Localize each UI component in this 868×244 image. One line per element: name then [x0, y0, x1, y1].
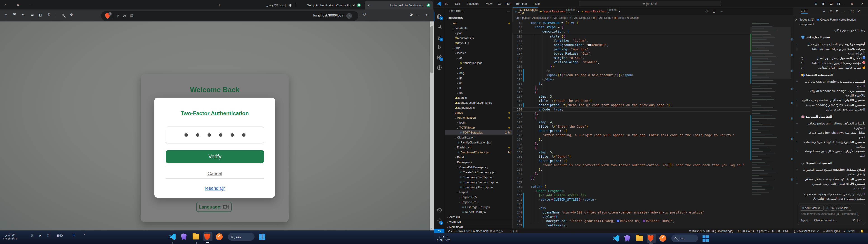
vscode-close-button[interactable]: ✕: [859, 0, 866, 7]
chat-header-icon[interactable]: ⛶: [851, 7, 854, 16]
tree-item-TOTPSetup.jsx[interactable]: ⚛TOTPSetup.jsx2, M: [445, 130, 513, 135]
resend-qr-link[interactable]: resend Qr: [154, 186, 275, 191]
send-button[interactable]: ▷ ⌄: [857, 219, 863, 222]
browser-wallet-icon[interactable]: ▭: [31, 13, 34, 17]
menu-file[interactable]: File: [443, 0, 448, 7]
tray-chevron-up-icon[interactable]: ⌃: [83, 234, 85, 237]
browser-sidebar-icon[interactable]: ◧: [38, 13, 41, 17]
browser-vpn-shield-icon[interactable]: ⛨: [13, 13, 16, 17]
taskbar-purple-app-icon[interactable]: [624, 235, 632, 243]
tray-cast-icon[interactable]: ⎚: [31, 234, 33, 238]
status-language[interactable]: { } JavaScript JSX: [794, 229, 815, 233]
key-icon[interactable]: ⚿: [130, 14, 133, 18]
model-select[interactable]: Claude Sonnet 4 ⌄: [814, 219, 837, 222]
taskbar-start-button[interactable]: [259, 234, 267, 242]
taskbar-search[interactable]: بحث: [228, 233, 254, 241]
language-button[interactable]: Language: EN: [196, 202, 232, 212]
status-encoding[interactable]: UTF-8: [772, 229, 780, 233]
tree-item-Report1To5[interactable]: ›Report1To5: [445, 195, 513, 200]
browser-scrollbar[interactable]: ▲▼: [430, 22, 434, 231]
browser-tab[interactable]: ✕/login | Admin Dashboard: [365, 1, 433, 9]
tree-item-login[interactable]: ›login: [445, 120, 513, 125]
vscode-restore-button[interactable]: ⧉: [849, 0, 856, 7]
breadcrumb[interactable]: src›pages›Authentication›TOTPSetup›⚛ TOT…: [513, 16, 793, 20]
tree-item-languages.js[interactable]: JSlanguages.js: [445, 105, 513, 110]
tree-item-Dashboard[interactable]: ⌄Dashboard: [445, 145, 513, 150]
tray-language-eng[interactable]: ENG: [57, 234, 63, 237]
code-input[interactable]: [166, 126, 264, 144]
tree-item-eng[interactable]: ›eng: [445, 70, 513, 75]
url-text[interactable]: localhost:3000/login: [313, 13, 344, 18]
share-icon[interactable]: ↱: [116, 14, 119, 18]
tree-item-ch[interactable]: ›ch: [445, 65, 513, 70]
tree-item-CreateEditEmergency[interactable]: ⌄CreateEditEmergency: [445, 165, 513, 170]
chat-tab[interactable]: CHAT: [801, 9, 808, 14]
menu-view[interactable]: View: [486, 0, 492, 7]
browser-download-icon[interactable]: ↧: [47, 13, 50, 18]
scroll-down-arrow[interactable]: ▼: [430, 226, 434, 231]
chat-header-icon[interactable]: ✕: [857, 7, 860, 16]
status-eol[interactable]: CRLF: [783, 229, 790, 233]
section-outline[interactable]: ›OUTLINE: [445, 215, 513, 220]
minimap[interactable]: [750, 20, 791, 228]
layout-sidebar-left-icon[interactable]: ◧: [820, 0, 827, 7]
tree-item-tr[interactable]: ›tr: [445, 85, 513, 90]
browser-urlbar[interactable]: 4↱Ax̄⚿localhost:3000/logini: [101, 11, 358, 21]
verify-button[interactable]: Verify: [166, 150, 264, 163]
tree-item-gr[interactable]: ›gr: [445, 75, 513, 81]
taskbar-vscode-icon[interactable]: [613, 235, 620, 243]
section-mcp-figma[interactable]: ›MCP FIGMA: [445, 224, 513, 228]
forward-icon[interactable]: ›: [426, 13, 427, 17]
tree-item-Report[interactable]: ⌄Report: [445, 190, 513, 195]
taskbar-brave-icon[interactable]: [648, 235, 655, 243]
window-minimize-button[interactable]: —: [29, 2, 33, 7]
tree-item-i18n.js[interactable]: JSi18n.js: [445, 95, 513, 100]
window-restore-button[interactable]: ⧉: [16, 2, 21, 7]
context-chip[interactable]: ⚛ TOTPSetup.jsx +: [824, 206, 852, 211]
taskbar-vscode-icon[interactable]: [169, 233, 177, 241]
activity-run-debug-icon[interactable]: [434, 44, 445, 51]
tree-item-ua[interactable]: ›ua: [445, 90, 513, 95]
tree-item-FamilyClassification.jsx[interactable]: ⚛FamilyClassification.jsx: [445, 140, 513, 145]
tree-item-EmergencyThirdTap.jsx[interactable]: ⚛EmergencyThirdTap.jsx: [445, 185, 513, 190]
agent-select[interactable]: Agent ⌄: [801, 219, 811, 222]
status-indentation[interactable]: Spaces: 2: [757, 229, 769, 233]
tree-item-i18next-scanner.config.cjs[interactable]: JSi18next-scanner.config.cjs: [445, 100, 513, 105]
browser-menu-icon[interactable]: ≡: [5, 13, 7, 18]
layout-panel-icon[interactable]: ⬓: [828, 0, 835, 7]
page-search-icon[interactable]: [62, 13, 64, 17]
taskbar-pen-app-icon[interactable]: [659, 235, 667, 243]
new-tab-button[interactable]: +: [217, 2, 222, 8]
tree-item-Report6To10.jsx[interactable]: ⚛Report6To10.jsx: [445, 210, 513, 215]
todos-chevron[interactable]: ❯: [795, 18, 797, 21]
status-mcp-figma[interactable]: ○ MCP Figma: [823, 229, 840, 233]
menu-go[interactable]: Go: [498, 0, 501, 7]
tree-item-EmergencySecoundTap.jsx[interactable]: ⚛EmergencySecoundTap.jsx: [445, 180, 513, 185]
tree-item-TOTPSetup[interactable]: ⌄TOTPSetup: [445, 125, 513, 130]
tools-icon[interactable]: ⚒: [852, 219, 855, 222]
tree-item-locales[interactable]: ⌄locales: [445, 51, 513, 56]
tree-item-CreateEditEmergency.jsx[interactable]: ⚛CreateEditEmergency.jsx: [445, 170, 513, 175]
command-center[interactable]: frontend: [579, 1, 721, 6]
tree-item-EmergencyFirstTap.jsx[interactable]: ⚛EmergencyFirstTap.jsx: [445, 175, 513, 180]
tray-network-icon[interactable]: ⌸: [47, 234, 49, 238]
status-branch[interactable]: ⎇ ZEROWAIT-539-Fix-Need-help* ⟳: [447, 229, 493, 233]
menu-selection[interactable]: Selection: [467, 0, 478, 7]
tab-close-icon[interactable]: ✕: [367, 4, 370, 7]
extensions-icon[interactable]: ❖: [70, 13, 73, 17]
tree-item-layout.js[interactable]: JSlayout.js: [445, 41, 513, 45]
status-github-icon[interactable]: ⊙: [817, 229, 819, 233]
taskbar-clock[interactable]: ٠٤:١٢ م٢٠٢٥/٠٩/٢٦: [437, 235, 450, 242]
status-bell-icon[interactable]: 🔔: [860, 229, 864, 233]
status-cursor-position[interactable]: Ln 120, Col 14: [737, 229, 754, 233]
editor-split-icon[interactable]: ◫: [712, 9, 715, 13]
window-close-button[interactable]: ✕: [3, 2, 8, 7]
editor-tab[interactable]: JSimport React from "react";Untitled-2 3…: [579, 7, 620, 16]
taskbar-start-button[interactable]: [703, 236, 710, 243]
tree-item-Report6To10[interactable]: ⌄Report6To10: [445, 200, 513, 205]
editor-compare-icon[interactable]: ⎌: [705, 9, 708, 13]
bookmark-icon[interactable]: ⛉: [363, 12, 366, 17]
reload-icon[interactable]: ⟳: [410, 12, 413, 17]
taskbar-file-explorer-icon[interactable]: [193, 234, 200, 242]
taskbar-search[interactable]: بحث: [671, 235, 698, 242]
